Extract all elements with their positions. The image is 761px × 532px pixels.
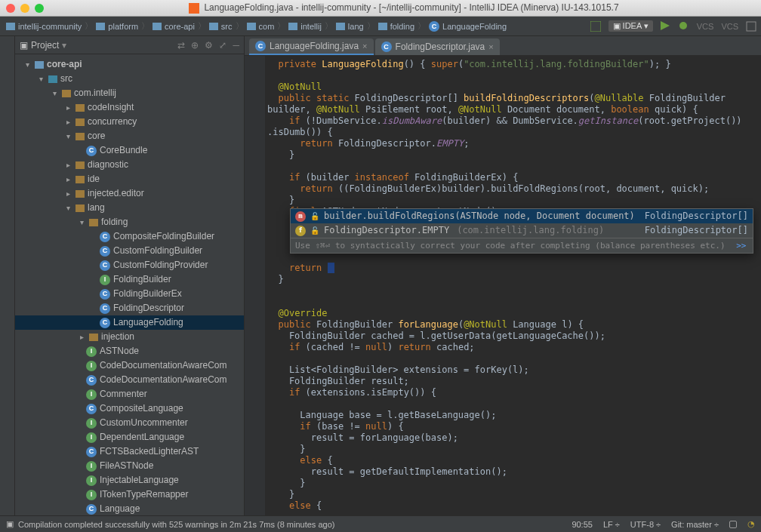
tree-package[interactable]: ▸diagnostic [15, 158, 244, 172]
code-content[interactable]: private LanguageFolding() { super("com.i… [267, 59, 761, 512]
tree-package[interactable]: ▸ide [15, 172, 244, 186]
editor-tab[interactable]: CLanguageFolding.java× [249, 38, 374, 55]
tree-package[interactable]: ▸injected.editor [15, 186, 244, 201]
tree-module[interactable]: ▾core-api [15, 57, 244, 72]
tree-class[interactable]: IDependentLanguage [15, 430, 244, 444]
class-icon: C [100, 289, 110, 300]
gear-icon[interactable]: ⚙ [205, 40, 213, 51]
tree-class[interactable]: CCoreBundle [15, 143, 244, 158]
debug-icon[interactable] [679, 21, 689, 32]
project-panel-title[interactable]: Project [31, 40, 59, 51]
package-icon [75, 161, 85, 169]
tree-class[interactable]: ICommenter [15, 387, 244, 401]
breadcrumb-item[interactable]: src [208, 22, 234, 31]
line-separator[interactable]: LF ÷ [603, 520, 620, 529]
readonly-toggle-icon[interactable] [729, 521, 737, 528]
breadcrumb-item[interactable]: intellij [287, 22, 323, 31]
tree-class[interactable]: CCustomFoldingBuilder [15, 244, 244, 258]
class-icon: C [100, 232, 110, 242]
completion-hint-link[interactable]: >> [736, 240, 746, 251]
tree-class[interactable]: CCustomFoldingProvider [15, 258, 244, 272]
folder-icon [288, 23, 297, 30]
completion-item[interactable]: f 🔓 FoldingDescriptor.EMPTY (com.intelli… [291, 223, 753, 238]
class-icon: C [381, 42, 392, 52]
compile-icon[interactable] [590, 21, 601, 32]
tree-package[interactable]: ▸injection [15, 330, 244, 344]
file-encoding[interactable]: UTF-8 ÷ [630, 520, 661, 529]
hide-icon[interactable]: ─ [233, 40, 239, 51]
titlebar: LanguageFolding.java - intellij-communit… [0, 0, 761, 17]
editor-tab[interactable]: CFoldingDescriptor.java× [375, 38, 500, 55]
breadcrumb-root[interactable]: intellij-community [5, 22, 83, 31]
tree-class[interactable]: ICodeDocumentationAwareCom [15, 358, 244, 373]
tree-class[interactable]: IFoldingBuilder [15, 272, 244, 287]
class-icon: C [100, 303, 110, 314]
class-icon: C [86, 447, 97, 457]
tree-package[interactable]: ▸concurrency [15, 115, 244, 129]
tree-class[interactable]: IITokenTypeRemapper [15, 487, 244, 502]
close-tab-icon[interactable]: × [362, 42, 367, 51]
tree-class[interactable]: CLanguageFolding [15, 315, 244, 330]
tree-class[interactable]: CFoldingDescriptor [15, 301, 244, 315]
settings-icon[interactable] [746, 21, 756, 32]
tree-class[interactable]: CCodeDocumentationAwareCom [15, 373, 244, 387]
breadcrumb-item[interactable]: folding [377, 22, 416, 31]
tree-package[interactable]: ▾lang [15, 201, 244, 215]
hide-icon[interactable]: ⤢ [219, 40, 226, 51]
caret-position[interactable]: 90:55 [572, 520, 593, 529]
tree-class[interactable]: CLanguage [15, 502, 244, 515]
scroll-from-source-icon[interactable]: ⊕ [191, 40, 199, 51]
tree-package[interactable]: ▸codeInsight [15, 100, 244, 115]
tree-class[interactable]: IASTNode [15, 344, 244, 358]
tree-package[interactable]: ▾com.intellij [15, 86, 244, 100]
vcs-icon[interactable]: VCS [721, 22, 738, 31]
tree-class[interactable]: CCompositeLanguage [15, 401, 244, 416]
minimize-icon[interactable] [20, 4, 29, 13]
tree-package[interactable]: ▾folding [15, 215, 244, 229]
package-icon [75, 204, 85, 212]
tree-class[interactable]: ICustomUncommenter [15, 416, 244, 430]
tree-package[interactable]: ▾core [15, 129, 244, 143]
folder-icon [378, 23, 387, 30]
package-icon [75, 176, 85, 183]
package-icon [89, 334, 98, 341]
class-icon: C [100, 246, 110, 257]
interface-icon: I [86, 389, 97, 400]
tree-class[interactable]: IFileASTNode [15, 459, 244, 473]
breadcrumb-class[interactable]: CLanguageFolding [427, 21, 508, 32]
tool-window-stripe[interactable] [0, 36, 15, 515]
collapse-icon[interactable]: ⇄ [177, 40, 185, 51]
tree-class[interactable]: CFoldingBuilderEx [15, 287, 244, 301]
vcs-icon[interactable]: VCS [697, 22, 714, 31]
svg-rect-0 [590, 21, 601, 32]
tree-folder[interactable]: ▾src [15, 72, 244, 86]
chevron-down-icon[interactable]: ▾ [62, 40, 66, 51]
code-editor[interactable]: private LanguageFolding() { super("com.i… [245, 56, 761, 515]
window-controls[interactable] [6, 4, 44, 13]
git-branch[interactable]: Git: master ÷ [671, 520, 719, 529]
close-icon[interactable] [6, 4, 15, 13]
tree-class[interactable]: CFCTSBackedLighterAST [15, 444, 244, 459]
tree-class[interactable]: IInjectableLanguage [15, 473, 244, 487]
breadcrumb-item[interactable]: platform [94, 22, 140, 31]
breadcrumb-item[interactable]: lang [334, 22, 365, 31]
editor-gutter[interactable] [245, 56, 266, 515]
run-icon[interactable] [661, 21, 671, 32]
breadcrumb-item[interactable]: com [245, 22, 276, 31]
inspections-icon[interactable]: ◔ [747, 519, 755, 529]
svg-rect-3 [747, 22, 756, 31]
class-icon: C [100, 260, 110, 271]
class-icon: C [255, 41, 266, 51]
completion-item[interactable]: m 🔓 builder.buildFoldRegions(ASTNode nod… [291, 209, 753, 223]
run-config-selector[interactable]: ▣ IDEA ▾ [608, 20, 653, 32]
close-tab-icon[interactable]: × [488, 42, 493, 51]
folder-icon [153, 23, 162, 30]
interface-icon: I [86, 418, 97, 429]
lock-icon: 🔓 [310, 211, 319, 222]
interface-icon: I [86, 432, 97, 443]
breadcrumb-item[interactable]: core-api [151, 22, 196, 31]
zoom-icon[interactable] [35, 4, 44, 13]
tree-class[interactable]: CCompositeFoldingBuilder [15, 229, 244, 244]
interface-icon: I [86, 361, 97, 371]
status-icon[interactable]: ▣ [6, 519, 14, 529]
